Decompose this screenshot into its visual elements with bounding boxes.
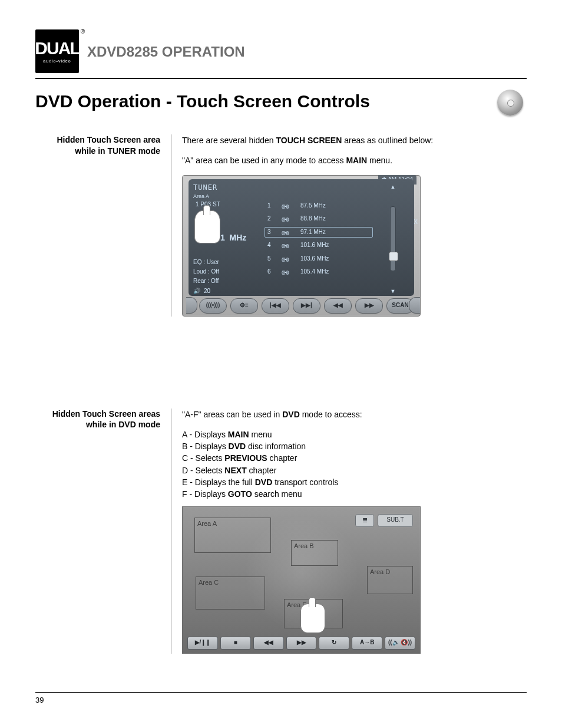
arrow-up-icon[interactable] (391, 183, 396, 192)
section2-intro: "A-F" areas can be used in DVD mode to a… (182, 409, 527, 420)
rewind-button[interactable]: ◀◀ (324, 298, 352, 314)
hand-pointer-icon (194, 210, 220, 243)
tuner-left-tab[interactable] (186, 297, 197, 314)
section2-content: "A-F" areas can be used in DVD mode to a… (171, 409, 527, 654)
section2-side-label: Hidden Touch Screen areas while in DVD m… (35, 409, 171, 654)
preset-row[interactable]: 5103.6 MHz (265, 253, 373, 265)
tuner-mode-label: TUNER (193, 183, 261, 193)
repeat-button[interactable]: ↻ (319, 637, 349, 650)
area-d-desc: D - Selects NEXT chapter (182, 465, 527, 476)
logo-subtext: audio•video (43, 59, 71, 63)
dvd-disc-icon (494, 90, 527, 113)
area-b-desc: B - Displays DVD disc information (182, 440, 527, 452)
radio-button[interactable]: (((•))) (199, 298, 227, 314)
brand-logo: ® DUAL audio•video (35, 29, 79, 73)
tuner-preset-list: 187.5 MHz 288.8 MHz 397.1 MHz 4101.6 MHz… (265, 183, 373, 296)
preset-row[interactable]: 288.8 MHz (265, 213, 373, 225)
page-number: 39 (35, 696, 44, 704)
arrow-down-icon[interactable] (391, 287, 396, 296)
tuner-area-a-label: Area A (193, 193, 261, 200)
dvd-screenshot: ≣ SUB.T Area A Area B Area C Area D Area… (182, 506, 421, 654)
signal-icon (282, 268, 295, 276)
fast-forward-button[interactable]: ▶▶ (355, 298, 383, 314)
page-title: DVD Operation - Touch Screen Controls (35, 91, 370, 111)
hand-pointer-icon (300, 604, 325, 633)
section1-side-label: Hidden Touch Screen area while in TUNER … (35, 134, 171, 317)
preset-row[interactable]: 6105.4 MHz (265, 266, 373, 278)
subtitle-button[interactable]: SUB.T (378, 514, 413, 527)
footer-divider (35, 692, 527, 693)
preset-row-selected[interactable]: 397.1 MHz (265, 227, 373, 238)
preset-row[interactable]: 4101.6 MHz (265, 240, 373, 251)
list-button[interactable]: ≣ (355, 514, 374, 527)
signal-icon (282, 241, 295, 250)
touch-area-c[interactable]: Area C (196, 577, 265, 610)
touch-area-a[interactable]: Area A (194, 518, 271, 553)
prev-track-button[interactable]: |◀◀ (262, 298, 289, 314)
tuner-freq-label: 1 MHz (220, 232, 261, 243)
audio-button[interactable]: ((🔈 🔇)) (385, 637, 415, 650)
section1-area-a-note: "A" area can be used in any mode to acce… (182, 154, 527, 166)
preset-row[interactable]: 187.5 MHz (265, 200, 373, 212)
stop-button[interactable]: ■ (220, 637, 251, 650)
touch-area-d[interactable]: Area D (367, 566, 413, 594)
touch-area-b[interactable]: Area B (291, 540, 338, 566)
header-divider (35, 78, 527, 79)
tuner-right-tab[interactable] (409, 297, 420, 314)
rewind-button[interactable]: ◀◀ (253, 637, 284, 650)
tuner-rear: Rear : Off (193, 276, 261, 286)
area-e-desc: E - Displays the full DVD transport cont… (182, 476, 527, 488)
tuner-volume: 20 (204, 287, 210, 296)
section1-intro: There are several hidden TOUCH SCREEN ar… (182, 134, 527, 146)
tuner-loud: Loud : Off (193, 267, 261, 276)
tuner-slider[interactable] (390, 206, 396, 271)
section1-content: There are several hidden TOUCH SCREEN ar… (171, 134, 527, 317)
area-c-desc: C - Selects PREVIOUS chapter (182, 452, 527, 464)
signal-icon (282, 228, 295, 237)
play-pause-button[interactable]: ▶/❙❙ (187, 637, 218, 650)
area-a-desc: A - Displays MAIN menu (182, 429, 527, 440)
registered-mark: ® (81, 28, 85, 35)
speaker-icon: 🔊 (193, 287, 200, 296)
model-number: XDVD8285 (87, 44, 158, 60)
tuner-eq: EQ : User (193, 258, 261, 267)
signal-icon (282, 215, 295, 223)
settings-button[interactable]: ⚙≡ (230, 298, 258, 314)
signal-icon (282, 202, 295, 210)
ab-repeat-button[interactable]: A→B (352, 637, 382, 650)
section-name: OPERATION (162, 44, 245, 60)
tuner-screenshot: ✽ AM 11:04 DX TUNER Area A 1 P03 ST 1 MH… (182, 175, 421, 317)
next-track-button[interactable]: ▶▶| (293, 298, 320, 314)
area-f-desc: F - Displays GOTO search menu (182, 488, 527, 500)
fast-forward-button[interactable]: ▶▶ (286, 637, 317, 650)
logo-text: DUAL (35, 39, 79, 57)
header-title: XDVD8285 OPERATION (87, 44, 245, 60)
signal-icon (282, 255, 295, 263)
